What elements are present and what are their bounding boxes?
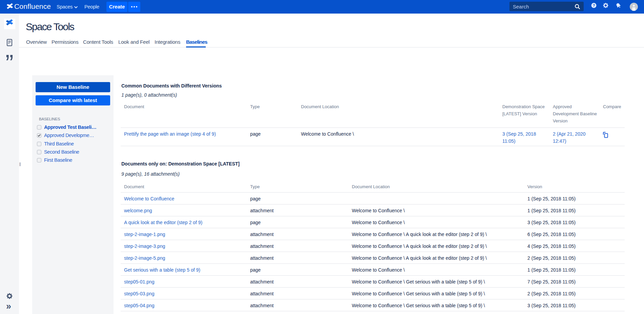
svg-text:?: ? [593, 3, 595, 7]
